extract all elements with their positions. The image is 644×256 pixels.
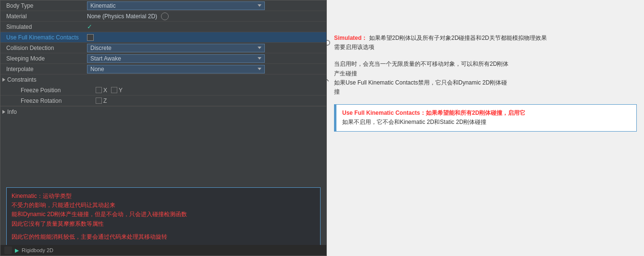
sleeping-mode-text: Start Awake — [90, 55, 121, 62]
body-type-dropdown-text: Kinematic — [90, 2, 116, 9]
simulated-block-body1: 如果希望2D刚体以及所有子对象2D碰撞器和2D关节都能模拟物理效果 — [369, 35, 547, 41]
kinematic-line3: 如果Use Full Kinematic Contacts禁用，它只会和Dyna… — [334, 79, 507, 86]
simulated-label: Simulated — [0, 24, 87, 30]
annotation-line4: 因此它没有了质量莫摩擦系数等属性 — [12, 219, 315, 229]
sleeping-mode-row: Sleeping Mode Start Awake — [0, 53, 326, 64]
simulated-row: Simulated ✓ — [0, 22, 326, 32]
interpolate-text: None — [90, 66, 104, 73]
material-label: Material — [0, 13, 87, 20]
body-type-row: Body Type Kinematic — [0, 0, 326, 11]
body-type-label: Body Type — [0, 2, 87, 9]
collision-detection-text: Discrete — [90, 45, 111, 51]
blue-left-bar — [334, 105, 336, 131]
annotation-spacer — [12, 229, 315, 232]
info-arrow — [2, 110, 5, 114]
bottom-bar-item: ▶ Rigidbody 2D — [4, 246, 53, 254]
simulated-dot-connector — [327, 40, 330, 46]
collision-detection-value: Discrete — [87, 44, 326, 52]
freeze-rotation-value: Z — [96, 98, 326, 104]
play-icon: ▶ — [15, 247, 19, 254]
sleeping-mode-dropdown[interactable]: Start Awake — [87, 54, 265, 63]
right-panel: Simulated： 如果希望2D刚体以及所有子对象2D碰撞器和2D关节都能模拟… — [327, 0, 644, 256]
simulated-block-text: Simulated： 如果希望2D刚体以及所有子对象2D碰撞器和2D关节都能模拟… — [334, 34, 637, 52]
use-full-kinematic-block-text: Use Full Kinematic Contacts：如果希望能和所有2D刚体… — [342, 109, 631, 127]
freeze-position-label: Freeze Position — [15, 87, 96, 94]
body-type-dropdown-arrow — [258, 4, 261, 7]
freeze-z-checkbox[interactable] — [96, 98, 102, 104]
inspector-table: Body Type Kinematic Material None (Physi… — [0, 0, 326, 117]
freeze-xy-group: X Y — [96, 87, 123, 94]
bottom-bar-icon — [4, 246, 12, 254]
sleeping-mode-value: Start Awake — [87, 54, 326, 63]
material-row: Material None (Physics Material 2D) — [0, 11, 326, 22]
sleeping-mode-label: Sleeping Mode — [0, 55, 87, 62]
annotation-line1: Kinematic：运动学类型 — [12, 192, 315, 201]
simulated-block: Simulated： 如果希望2D刚体以及所有子对象2D碰撞器和2D关节都能模拟… — [334, 34, 637, 52]
annotation-box: Kinematic：运动学类型 不受力的影响，只能通过代码让其动起来 能和Dyn… — [6, 187, 321, 246]
freeze-x-checkbox-group: X — [96, 87, 107, 94]
simulated-checkmark: ✓ — [87, 23, 92, 30]
material-field: None (Physics Material 2D) — [87, 12, 265, 20]
interpolate-value: None — [87, 65, 326, 73]
use-full-kinematic-checkbox[interactable] — [87, 34, 94, 41]
interpolate-row: Interpolate None — [0, 64, 326, 74]
use-full-kinematic-block-body: 如果不启用，它不会和Kinematic 2D和Static 2D刚体碰撞 — [342, 119, 486, 125]
annotation-line2: 不受力的影响，只能通过代码让其动起来 — [12, 201, 315, 210]
freeze-rotation-label: Freeze Rotation — [15, 98, 96, 104]
freeze-rotation-row: Freeze Rotation Z — [0, 96, 326, 106]
body-type-value: Kinematic — [87, 1, 326, 10]
info-section-header[interactable]: Info — [0, 106, 326, 117]
annotation-line6: 因此它的性能能消耗较低，主要会通过代码来处理其移动旋转 — [12, 232, 315, 242]
constraints-section-header[interactable]: Constraints — [0, 74, 326, 85]
freeze-x-checkbox[interactable] — [96, 87, 102, 93]
kinematic-line2: 产生碰撞 — [334, 70, 357, 77]
cursor-icon: ↖ — [327, 74, 330, 84]
use-full-kinematic-row: Use Full Kinematic Contacts — [0, 32, 326, 43]
use-full-kinematic-block: Use Full Kinematic Contacts：如果希望能和所有2D刚体… — [334, 104, 637, 131]
simulated-block-body2: 需要启用该选项 — [334, 44, 374, 50]
sleeping-mode-arrow — [258, 57, 261, 60]
collision-detection-dropdown[interactable]: Discrete — [87, 44, 265, 52]
collision-detection-row: Collision Detection Discrete — [0, 43, 326, 53]
collision-detection-label: Collision Detection — [0, 45, 87, 51]
kinematic-block-text: 当启用时，会充当一个无限质量的不可移动对象，可以和所有2D刚体 产生碰撞 如果U… — [334, 60, 637, 97]
material-value: None (Physics Material 2D) — [87, 12, 326, 20]
annotation-line3: 能和Dynamic 2D刚体产生碰撞，但是不会动，只会进入碰撞检测函数 — [12, 210, 315, 219]
interpolate-dropdown[interactable]: None — [87, 65, 265, 73]
freeze-position-value: X Y — [96, 87, 326, 94]
material-picker-icon[interactable] — [161, 12, 169, 20]
kinematic-line4: 撞 — [334, 88, 340, 95]
use-full-kinematic-label: Use Full Kinematic Contacts — [0, 34, 87, 41]
use-full-kinematic-block-title: Use Full Kinematic Contacts：如果希望能和所有2D刚体… — [342, 110, 525, 116]
bottom-bar: ▶ Rigidbody 2D — [0, 245, 327, 256]
freeze-z-label: Z — [103, 98, 107, 104]
simulated-block-title: Simulated： — [334, 35, 367, 41]
interpolate-label: Interpolate — [0, 66, 87, 73]
info-label: Info — [7, 109, 17, 115]
freeze-x-label: X — [103, 87, 107, 94]
constraints-arrow — [2, 78, 5, 82]
use-full-kinematic-value — [87, 34, 326, 41]
freeze-z-checkbox-group: Z — [96, 98, 107, 104]
freeze-y-checkbox-group: Y — [111, 87, 123, 94]
kinematic-block: ↖ 当启用时，会充当一个无限质量的不可移动对象，可以和所有2D刚体 产生碰撞 如… — [334, 60, 637, 97]
inspector-panel: Body Type Kinematic Material None (Physi… — [0, 0, 327, 256]
collision-detection-arrow — [258, 47, 261, 49]
constraints-label: Constraints — [7, 76, 37, 83]
interpolate-arrow — [258, 68, 261, 70]
bottom-bar-label: Rigidbody 2D — [22, 247, 53, 253]
kinematic-line1: 当启用时，会充当一个无限质量的不可移动对象，可以和所有2D刚体 — [334, 61, 508, 67]
freeze-y-checkbox[interactable] — [111, 87, 117, 93]
simulated-value: ✓ — [87, 23, 326, 30]
freeze-position-row: Freeze Position X Y — [0, 85, 326, 96]
annotation-text: Kinematic：运动学类型 不受力的影响，只能通过代码让其动起来 能和Dyn… — [12, 192, 315, 242]
material-text: None (Physics Material 2D) — [87, 13, 157, 20]
freeze-y-label: Y — [119, 87, 123, 94]
body-type-dropdown[interactable]: Kinematic — [87, 1, 265, 10]
